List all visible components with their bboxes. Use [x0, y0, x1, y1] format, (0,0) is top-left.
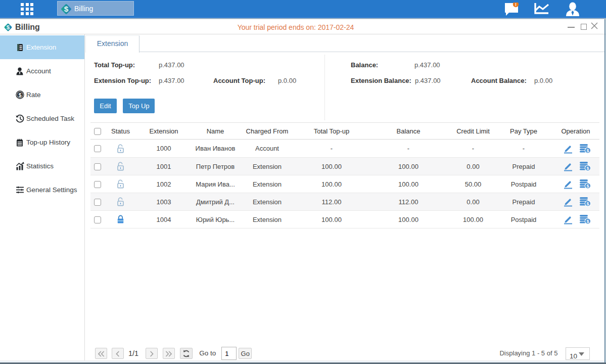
- svg-text:$: $: [586, 148, 589, 153]
- svg-text:$: $: [18, 92, 21, 98]
- svg-text:!: !: [515, 3, 517, 7]
- svg-text:$: $: [586, 201, 589, 206]
- svg-text:$: $: [586, 219, 589, 224]
- svg-text:$: $: [64, 5, 69, 13]
- svg-text:$: $: [586, 166, 589, 171]
- svg-text:$: $: [586, 184, 589, 189]
